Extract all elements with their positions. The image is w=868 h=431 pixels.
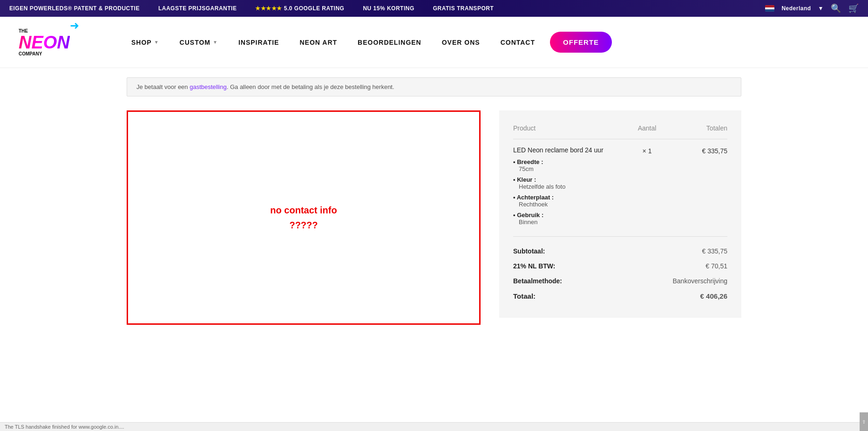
nav-beoordelingen-label: BEOORDELINGEN [358, 39, 421, 46]
warning-text1: Je betaalt voor een [136, 83, 190, 90]
language-selector[interactable]: Nederland [781, 5, 811, 12]
nav-neon-art[interactable]: NEON ART [289, 17, 347, 68]
subtotaal-value: € 335,75 [702, 247, 728, 255]
nav-custom-label: CUSTOM [180, 39, 210, 46]
language-chevron[interactable]: ▼ [818, 5, 824, 12]
banner-items: EIGEN POWERLEDS® PATENT & PRODUCTIE LAAG… [9, 5, 765, 12]
logo-neon: NEON [19, 34, 70, 51]
product-quantity: × 1 [620, 146, 674, 155]
totaal-row: Totaal: € 406,26 [513, 288, 727, 304]
no-contact-message: no contact info ????? [270, 203, 337, 233]
top-banner: EIGEN POWERLEDS® PATENT & PRODUCTIE LAAG… [0, 0, 868, 17]
attr-gebruik-label: Gebruik : [513, 212, 620, 219]
product-attr-kleur: Kleur : Hetzelfde als foto [513, 176, 620, 190]
left-panel: no contact info ????? [127, 110, 481, 325]
btw-label: 21% NL BTW: [513, 262, 556, 270]
nav-shop-label: SHOP [131, 39, 152, 46]
banner-patent: EIGEN POWERLEDS® PATENT & PRODUCTIE [9, 5, 140, 12]
header-aantal: Aantal [620, 124, 674, 132]
attr-kleur-value: Hetzelfde als foto [513, 183, 620, 190]
shop-chevron-icon: ▼ [154, 40, 159, 45]
order-table-header: Product Aantal Totalen [513, 124, 727, 139]
nav-inspiratie-label: INSPIRATIE [238, 39, 279, 46]
header: THE NEON COMPANY ➜ SHOP ▼ CUSTOM ▼ INSPI… [0, 17, 868, 68]
stars-icon: ★★★★★ [255, 5, 282, 12]
no-contact-line2: ????? [270, 218, 337, 233]
main-nav: SHOP ▼ CUSTOM ▼ INSPIRATIE NEON ART BEOO… [121, 17, 849, 68]
warning-text2: . Ga alleen door met de betaling als je … [227, 83, 394, 90]
totaal-value: € 406,26 [700, 292, 727, 300]
attr-achterplaat-label: Achterplaat : [513, 194, 620, 201]
nav-over-ons[interactable]: OVER ONS [432, 17, 490, 68]
main-content: no contact info ????? Product Aantal Tot… [108, 106, 760, 343]
header-product: Product [513, 124, 620, 132]
header-totalen: Totalen [674, 124, 727, 132]
banner-transport: GRATIS TRANSPORT [433, 5, 494, 12]
product-name: LED Neon reclame bord 24 uur [513, 146, 620, 154]
btw-row: 21% NL BTW: € 70,51 [513, 259, 727, 274]
nav-contact-label: CONTACT [501, 39, 535, 46]
order-summary-panel: Product Aantal Totalen LED Neon reclame … [499, 110, 741, 318]
nav-inspiratie[interactable]: INSPIRATIE [228, 17, 290, 68]
product-attr-gebruik: Gebruik : Binnen [513, 212, 620, 226]
subtotaal-label: Subtotaal: [513, 247, 545, 255]
logo[interactable]: THE NEON COMPANY ➜ [19, 28, 93, 56]
attr-breedte-label: Breedte : [513, 158, 620, 165]
product-attr-achterplaat: Achterplaat : Rechthoek [513, 194, 620, 208]
product-details: LED Neon reclame bord 24 uur Breedte : 7… [513, 146, 620, 229]
search-icon[interactable]: 🔍 [831, 3, 841, 14]
no-contact-line1: no contact info [270, 203, 337, 218]
betaalmethode-label: Betaalmethode: [513, 277, 562, 285]
nav-custom[interactable]: CUSTOM ▼ [170, 17, 228, 68]
warning-banner: Je betaalt voor een gastbestelling. Ga a… [127, 77, 741, 96]
betaalmethode-row: Betaalmethode: Bankoverschrijving [513, 274, 727, 288]
banner-right-controls: Nederland ▼ 🔍 🛒 [765, 3, 859, 14]
nav-beoordelingen[interactable]: BEOORDELINGEN [347, 17, 432, 68]
attr-gebruik-value: Binnen [513, 219, 620, 226]
nav-contact[interactable]: CONTACT [490, 17, 545, 68]
banner-price: LAAGSTE PRIJSGARANTIE [158, 5, 237, 12]
custom-chevron-icon: ▼ [213, 40, 218, 45]
nav-shop[interactable]: SHOP ▼ [121, 17, 170, 68]
attr-achterplaat-value: Rechthoek [513, 201, 620, 208]
totaal-label: Totaal: [513, 292, 536, 300]
attr-breedte-value: 75cm [513, 165, 620, 172]
nav-over-ons-label: OVER ONS [442, 39, 480, 46]
betaalmethode-value: Bankoverschrijving [673, 277, 728, 285]
banner-rating: ★★★★★ 5.0 GOOGLE RATING [255, 5, 344, 12]
product-attr-breedte: Breedte : 75cm [513, 158, 620, 172]
offerte-button[interactable]: OFFERTE [550, 32, 612, 53]
nav-neon-art-label: NEON ART [299, 39, 337, 46]
divider-1 [513, 236, 727, 237]
flag-icon [765, 5, 774, 12]
subtotaal-row: Subtotaal: € 335,75 [513, 244, 727, 259]
warning-link[interactable]: gastbestelling [190, 83, 227, 90]
order-product-row: LED Neon reclame bord 24 uur Breedte : 7… [513, 146, 727, 229]
logo-arrow-icon: ➜ [70, 19, 79, 32]
btw-value: € 70,51 [705, 262, 727, 270]
cart-icon[interactable]: 🛒 [848, 3, 859, 14]
attr-kleur-label: Kleur : [513, 176, 620, 183]
product-price: € 335,75 [674, 146, 727, 155]
rating-text: 5.0 GOOGLE RATING [284, 5, 345, 12]
banner-discount: NU 15% KORTING [363, 5, 414, 12]
